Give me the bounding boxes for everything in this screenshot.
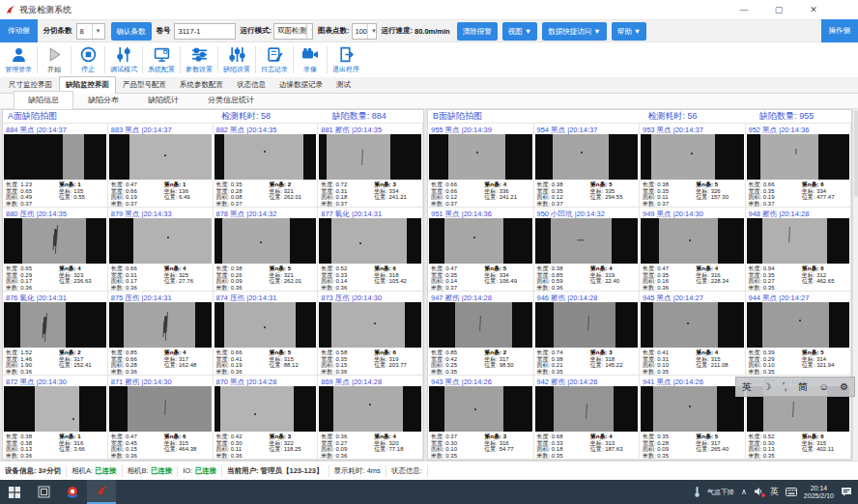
defect-cell-950[interactable]: 950 小凹坑 |20:14:32长度: 0.38宽度: 0.85面积: 0.5… <box>534 208 641 292</box>
defect-image[interactable] <box>535 134 639 180</box>
defect-image[interactable] <box>535 386 639 432</box>
clear-alarm-button[interactable]: 清除报警 <box>457 22 498 41</box>
defect-image[interactable] <box>641 302 744 348</box>
defect-image[interactable] <box>641 218 744 264</box>
defect-cell-952[interactable]: 952 黑点 |20:14:36长度: 0.66宽度: 0.35面积: 0.19… <box>746 124 852 208</box>
defect-cell-869[interactable]: 869 黑点 |20:14:28长度: 0.36宽度: 0.27面积: 0.09… <box>318 376 423 460</box>
toolbar-button-stop[interactable]: 停止 <box>73 42 102 77</box>
vertical-scrollbar[interactable] <box>852 109 858 461</box>
defect-cell-871[interactable]: 871 擦伤 |20:14:30长度: 0.47宽度: 0.45面积: 0.15… <box>108 376 214 460</box>
volume-icon[interactable] <box>754 487 763 497</box>
ime-bar-item[interactable]: 简 <box>798 380 808 394</box>
defect-cell-874[interactable]: 874 压伤 |20:14:31长度: 0.66宽度: 0.41面积: 0.19… <box>214 292 319 376</box>
defect-cell-945[interactable]: 945 黑点 |20:14:27长度: 0.41宽度: 0.31面积: 0.10… <box>640 292 746 376</box>
defect-cell-883[interactable]: 883 黑点 |20:14:37长度: 0.47宽度: 0.66面积: 0.19… <box>108 124 214 208</box>
main-tab-6[interactable]: 测试 <box>329 76 358 93</box>
defect-image[interactable] <box>4 386 106 432</box>
defect-cell-880[interactable]: 880 压伤 |20:14:35长度: 0.65宽度: 0.29面积: 0.17… <box>3 208 108 292</box>
sub-tab-3[interactable]: 分类信息统计 <box>193 91 269 108</box>
defect-cell-877[interactable]: 877 氧化 |20:14:31长度: 0.52宽度: 0.33面积: 0.14… <box>318 208 423 292</box>
minimize-button[interactable]: — <box>727 0 761 19</box>
defect-cell-884[interactable]: 884 黑点 |20:14:37长度: 1.23宽度: 0.65面积: 0.49… <box>3 124 108 208</box>
taskbar-app-vision-icon[interactable] <box>87 480 116 504</box>
defect-image[interactable] <box>319 134 421 180</box>
split-count-combo[interactable]: 8▼ <box>76 23 105 40</box>
defect-cell-942[interactable]: 942 擦伤 |20:14:26长度: 0.68宽度: 0.33面积: 0.18… <box>534 376 641 460</box>
task-view-button[interactable] <box>29 480 58 504</box>
taskbar-app-remote-icon[interactable] <box>58 480 87 504</box>
ime-bar-item[interactable]: 英 <box>742 380 752 394</box>
help-menu-button[interactable]: 帮助 ▼ <box>612 22 647 41</box>
defect-cell-870[interactable]: 870 黑点 |20:14:28长度: 0.42宽度: 0.30面积: 0.11… <box>214 376 319 460</box>
operate-side-button[interactable]: 操作侧 <box>821 19 858 42</box>
tray-expand-icon[interactable]: ∧ <box>741 488 747 496</box>
defect-cell-951[interactable]: 951 黑点 |20:14:36长度: 0.47宽度: 0.35面积: 0.14… <box>428 208 534 292</box>
defect-image[interactable] <box>429 302 532 348</box>
sub-tab-2[interactable]: 缺陷统计 <box>133 91 193 108</box>
confirm-count-button[interactable]: 确认条数 <box>111 22 152 41</box>
defect-cell-879[interactable]: 879 黑点 |20:14:33长度: 0.66宽度: 0.31面积: 0.17… <box>108 208 214 292</box>
roll-no-input[interactable]: 3117-1 <box>174 23 236 40</box>
defect-image[interactable] <box>214 386 317 432</box>
toolbar-button-user[interactable]: 管理登录 <box>2 42 35 77</box>
touch-keyboard-icon[interactable] <box>786 488 797 497</box>
defect-cell-954[interactable]: 954 黑点 |20:14:37长度: 0.38宽度: 0.35面积: 0.12… <box>534 124 641 208</box>
ime-language-bar[interactable]: 英☽’,简☺⚙ <box>735 377 855 397</box>
weather-text[interactable]: 气温下降 <box>707 488 734 497</box>
notification-center-icon[interactable] <box>841 487 852 498</box>
defect-image[interactable] <box>214 134 317 180</box>
toolbar-button-camera[interactable]: 录像 <box>296 42 325 77</box>
defect-image[interactable] <box>535 218 639 264</box>
defect-image[interactable] <box>747 302 850 348</box>
defect-image[interactable] <box>641 386 744 432</box>
defect-image[interactable] <box>429 386 532 432</box>
defect-cell-872[interactable]: 872 黑点 |20:14:30长度: 0.38宽度: 0.38面积: 0.13… <box>3 376 108 460</box>
defect-image[interactable] <box>429 218 532 264</box>
view-menu-button[interactable]: 视图 ▼ <box>502 22 538 41</box>
defect-image[interactable] <box>319 302 421 348</box>
defect-image[interactable] <box>4 134 106 180</box>
ime-bar-item[interactable]: ☺ <box>819 381 829 392</box>
ime-bar-item[interactable]: ☽ <box>762 381 771 392</box>
defect-cell-875[interactable]: 875 压伤 |20:14:31长度: 0.85宽度: 0.66面积: 0.28… <box>108 292 214 376</box>
defect-image[interactable] <box>109 302 212 348</box>
defect-cell-949[interactable]: 949 黑点 |20:14:30长度: 0.47宽度: 0.35面积: 0.16… <box>640 208 746 292</box>
close-button[interactable]: ✕ <box>796 0 831 19</box>
defect-image[interactable] <box>109 218 212 264</box>
defect-image[interactable] <box>319 218 421 264</box>
ime-bar-item[interactable]: ’, <box>783 381 787 392</box>
defect-cell-947[interactable]: 947 擦伤 |20:14:28长度: 0.85宽度: 0.42面积: 0.25… <box>428 292 534 376</box>
toolbar-button-hsliders[interactable]: 参数设置 <box>183 42 215 77</box>
defect-cell-873[interactable]: 873 压伤 |20:14:30长度: 0.58宽度: 0.35面积: 0.15… <box>318 292 423 376</box>
defect-cell-881[interactable]: 881 擦伤 |20:14:35长度: 0.72宽度: 0.31面积: 0.18… <box>318 124 423 208</box>
defect-image[interactable] <box>535 302 639 348</box>
taskbar-clock[interactable]: 20:142025/2/10 <box>804 485 834 500</box>
toolbar-button-log[interactable]: 日志记录 <box>258 42 291 77</box>
defect-image[interactable] <box>4 218 106 264</box>
defect-image[interactable] <box>109 386 212 432</box>
defect-image[interactable] <box>747 218 850 264</box>
toolbar-button-monitor[interactable]: 系统配置 <box>145 42 178 77</box>
toolbar-button-exit[interactable]: 退出程序 <box>329 42 362 77</box>
toolbar-button-vsliders[interactable]: 缺陷设置 <box>220 42 253 77</box>
defect-image[interactable] <box>747 134 850 180</box>
defect-cell-944[interactable]: 944 黑点 |20:14:27长度: 0.39宽度: 0.29面积: 0.10… <box>746 292 852 376</box>
defect-cell-946[interactable]: 946 擦伤 |20:14:28长度: 0.74宽度: 0.38面积: 0.21… <box>534 292 641 376</box>
chart-points-combo[interactable]: 100▼ <box>352 23 377 40</box>
data-quick-access-button[interactable]: 数据快捷访问 ▼ <box>542 22 607 41</box>
defect-image[interactable] <box>214 218 317 264</box>
defect-image[interactable] <box>429 134 532 180</box>
defect-image[interactable] <box>4 302 106 348</box>
toolbar-button-play[interactable]: 开始 <box>40 42 69 77</box>
run-mode-combo[interactable]: 双面检测▼ <box>273 23 313 40</box>
defect-cell-955[interactable]: 955 黑点 |20:14:39长度: 0.66宽度: 0.66面积: 0.12… <box>428 124 534 208</box>
defect-image[interactable] <box>109 134 212 180</box>
maximize-button[interactable]: ▢ <box>761 0 796 19</box>
toolbar-button-tune[interactable]: 调试模式 <box>107 42 140 77</box>
start-button[interactable] <box>0 480 29 504</box>
defect-cell-948[interactable]: 948 擦伤 |20:14:28长度: 0.94宽度: 0.35面积: 0.27… <box>746 208 852 292</box>
defect-image[interactable] <box>319 386 421 432</box>
ime-bar-item[interactable]: ⚙ <box>840 381 848 392</box>
sub-tab-0[interactable]: 缺陷信息 <box>14 91 73 109</box>
sub-tab-1[interactable]: 缺陷分布 <box>73 91 133 108</box>
